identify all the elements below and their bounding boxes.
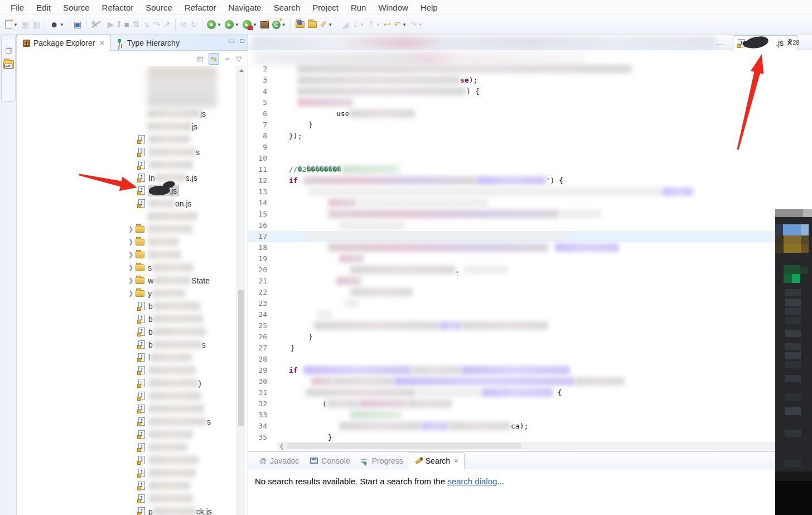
menu-run[interactable]: Run	[345, 1, 373, 14]
search-dialog-link[interactable]: search dialog	[447, 477, 497, 486]
line-number[interactable]: 29	[248, 365, 267, 376]
restart-button[interactable]: ↻	[189, 17, 199, 32]
line-number[interactable]: 15	[248, 209, 267, 220]
scrollbar-thumb[interactable]	[287, 443, 521, 449]
menu-source[interactable]: Source	[57, 1, 96, 14]
line-number[interactable]: 30	[248, 376, 267, 387]
user-account-button[interactable]: ☻▼	[49, 17, 65, 32]
tree-item[interactable]: )	[17, 377, 236, 389]
hidden-tabs-chevron[interactable]: »28	[788, 36, 799, 46]
tree-item[interactable]: bs	[17, 338, 236, 351]
menu-source[interactable]: Source	[139, 1, 178, 14]
save-all-button[interactable]: ▥	[31, 17, 41, 32]
line-number[interactable]: 4	[248, 86, 267, 97]
tree-item[interactable]	[17, 364, 236, 377]
menu-refactor[interactable]: Refactor	[178, 1, 223, 14]
scroll-left-arrow-icon[interactable]: ❮	[277, 442, 286, 450]
line-number[interactable]: 31	[248, 387, 267, 398]
tree-item[interactable]: Ins.js	[17, 171, 236, 184]
menu-edit[interactable]: Edit	[30, 1, 57, 14]
tab-package-explorer[interactable]: Package Explorer✕	[17, 35, 111, 51]
line-number[interactable]: 20	[248, 264, 267, 276]
menu-refactor[interactable]: Refactor	[96, 1, 140, 14]
disconnect-button[interactable]: ⇅	[132, 17, 141, 32]
tree-scrollbar[interactable]	[236, 66, 245, 515]
terminate-button[interactable]: ■	[123, 17, 130, 32]
open-resource-button[interactable]	[307, 17, 318, 32]
line-number[interactable]: 25	[248, 320, 267, 331]
tree-item[interactable]: ❯	[17, 235, 236, 248]
tree-item[interactable]: on.js	[17, 197, 236, 210]
back-button[interactable]: ↶▼	[393, 17, 408, 32]
line-number[interactable]: 34	[248, 421, 267, 432]
line-number[interactable]: 23	[248, 298, 267, 309]
tree-item[interactable]: ❯	[17, 223, 236, 235]
tree-item[interactable]: b	[17, 325, 236, 338]
focus-on-task-icon[interactable]: ●●	[223, 55, 230, 63]
line-number[interactable]: 13	[248, 186, 267, 198]
tree-item[interactable]: .js	[17, 184, 236, 197]
tray-drag-handle-icon[interactable]: ····	[2, 37, 15, 42]
git-repositories-icon[interactable]: GIT	[2, 60, 15, 69]
suspend-button[interactable]: ‖	[116, 17, 122, 32]
close-view-icon[interactable]: ✕	[453, 458, 458, 465]
tree-item[interactable]: s	[17, 146, 236, 158]
tree-item[interactable]: ❯	[17, 248, 236, 261]
step-over-button[interactable]: ↷	[152, 17, 162, 32]
line-number[interactable]: 16	[248, 220, 267, 231]
collapse-all-icon[interactable]: ⊟	[195, 54, 205, 64]
step-into-button[interactable]: ↘	[142, 17, 151, 32]
tree-item[interactable]: ❯s	[17, 261, 236, 274]
expander-icon[interactable]: ❯	[128, 277, 133, 284]
expander-icon[interactable]: ❯	[128, 251, 133, 258]
next-annotation-button[interactable]: ⇣▼	[351, 17, 366, 32]
line-number[interactable]: 21	[248, 276, 267, 287]
tree-item[interactable]: ❯y	[17, 287, 236, 300]
tree-item[interactable]	[17, 389, 236, 402]
mark-occurrences-button[interactable]: ◢	[341, 17, 350, 32]
tree-item[interactable]	[17, 210, 236, 223]
expander-icon[interactable]: ❯	[128, 238, 133, 246]
tab-progress[interactable]: Progress	[356, 452, 409, 469]
menu-project[interactable]: Project	[306, 1, 345, 14]
menu-help[interactable]: Help	[414, 1, 444, 14]
debug-button[interactable]: ✱▼	[206, 17, 223, 32]
tree-item[interactable]: b	[17, 312, 236, 325]
line-number[interactable]: 12	[248, 175, 267, 186]
tree-item[interactable]	[17, 428, 236, 441]
line-number[interactable]: 9	[248, 142, 267, 153]
line-number[interactable]: 5	[248, 97, 267, 108]
line-number[interactable]: 18	[248, 242, 267, 253]
minimize-view-button[interactable]: ▭	[228, 37, 234, 45]
tree-item[interactable]	[17, 492, 236, 505]
line-number[interactable]: 32	[248, 398, 267, 410]
tree-item[interactable]	[17, 158, 236, 171]
tree-item[interactable]	[17, 466, 236, 479]
expander-icon[interactable]: ❯	[128, 225, 133, 233]
tree-item[interactable]: b	[17, 300, 236, 312]
skip-all-breakpoints-button[interactable]: ⊘	[179, 17, 188, 32]
maximize-view-button[interactable]: □	[240, 37, 244, 45]
resume-button[interactable]: ▶	[107, 17, 115, 32]
overlapping-dark-window[interactable]	[775, 209, 812, 515]
coverage-button[interactable]: ▶▼	[241, 17, 258, 32]
tab-console[interactable]: Console	[304, 452, 355, 469]
run-button[interactable]: ▶▼	[224, 17, 240, 32]
tree-item[interactable]	[17, 441, 236, 454]
line-number[interactable]: 28	[248, 354, 267, 365]
line-number[interactable]: 14	[248, 198, 267, 209]
menu-navigate[interactable]: Navigate	[223, 1, 268, 14]
tree-item[interactable]: pck.js	[17, 505, 236, 515]
previous-annotation-button[interactable]: ⇡▼	[366, 17, 381, 32]
project-tree[interactable]: jsjssIns.js.json.js❯❯❯❯s❯wState❯ybbbbsl)…	[17, 66, 236, 515]
line-number[interactable]: 24	[248, 309, 267, 320]
pin-editor-button[interactable]: ✎	[90, 17, 99, 32]
search-flashlight-button[interactable]: ✐▼	[319, 17, 334, 32]
new-wizard-button[interactable]: ▼	[4, 17, 19, 32]
view-menu-icon[interactable]: ▽	[234, 54, 243, 64]
close-view-icon[interactable]: ✕	[100, 40, 105, 47]
line-number[interactable]: 35	[248, 432, 267, 443]
expander-icon[interactable]: ❯	[128, 264, 133, 271]
last-edit-location-button[interactable]: ↩	[383, 17, 392, 32]
scrollbar-thumb[interactable]	[238, 290, 244, 426]
